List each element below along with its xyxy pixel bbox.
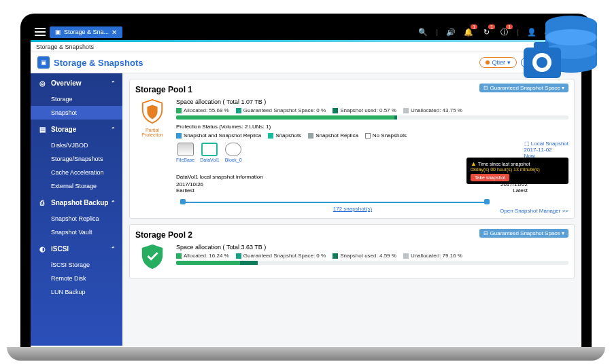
storage-pool-1-card: Storage Pool 1 ⊟ Guaranteed Snapshot Spa… (129, 79, 575, 219)
overview-icon: ◎ (37, 78, 47, 88)
sidebar-item-lun-backup[interactable]: LUN Backup (31, 285, 122, 299)
warning-time: 08day(s) 00 hour(s) 13 minute(s) (471, 167, 540, 172)
open-snapshot-manager-link[interactable]: Open Snapshot Manager >> (500, 208, 568, 214)
notification-icon[interactable]: 🔔1 (464, 27, 473, 37)
sidebar-section-iscsi[interactable]: ◐iSCSI⌃ (31, 239, 122, 258)
sidebar-section-overview[interactable]: ◎Overview⌃ (31, 73, 122, 92)
chevron-up-icon: ⌃ (111, 80, 116, 86)
device-block0[interactable]: Block_0 (225, 143, 242, 162)
shield-icon (139, 244, 165, 270)
take-snapshot-button[interactable]: Take snapshot (471, 174, 509, 181)
snapshot-count-link[interactable]: 172 snapshot(s) (333, 206, 372, 212)
menu-icon[interactable] (35, 28, 46, 36)
sidebar-item-storage-snapshots[interactable]: Storage/Snapshots (31, 152, 122, 166)
close-icon[interactable]: ✕ (112, 29, 117, 36)
page-title: Storage & Snapshots (54, 58, 143, 68)
guaranteed-snapshot-space-button[interactable]: ⊟ Guaranteed Snapshot Space ▾ (479, 229, 568, 238)
sidebar-section-storage[interactable]: ▤Storage⌃ (31, 120, 122, 139)
allocation-bar (176, 261, 568, 265)
content-area: Storage Pool 1 ⊟ Guaranteed Snapshot Spa… (122, 73, 581, 346)
chevron-up-icon: ⌃ (111, 126, 116, 132)
shield-label: Partial Protection (135, 128, 169, 137)
volume-icon[interactable]: 🔊 (446, 27, 456, 37)
svg-point-8 (537, 57, 547, 68)
svg-rect-6 (534, 42, 549, 50)
allocation-legend: Allocated: 55.68 % Guaranteed Snapshot S… (176, 107, 568, 113)
chevron-up-icon: ⌃ (111, 200, 116, 206)
warning-icon: ▲ (471, 160, 477, 167)
allocation-legend: Allocated: 16.24 % Guaranteed Snapshot S… (176, 253, 568, 259)
tab-label: Storage & Sna... (64, 29, 109, 35)
app-screen: ▣ Storage & Sna... ✕ 🔍 | 🔊 🔔1 ↻1 ⓘ1 | 👤 … (31, 24, 581, 350)
protection-legend: Snapshot and Snapshot Replica Snapshots … (176, 132, 568, 139)
protection-shield-col (135, 244, 169, 273)
info-icon[interactable]: ⓘ1 (499, 27, 509, 37)
protection-status: Protection Status (Volumes: 2 LUNs: 1) (176, 124, 568, 130)
refresh-icon[interactable]: ↻1 (481, 27, 491, 37)
snapshot-warning: ▲ Time since last snapshot 08day(s) 00 h… (466, 158, 568, 184)
sidebar-item-replica[interactable]: Snapshot Replica (31, 212, 122, 225)
shield-icon (139, 98, 165, 124)
local-snapshot-label: Local Snapshot2017-11-02Now (524, 141, 568, 159)
allocation-title: Space allocation ( Total 1.07 TB ) (176, 98, 568, 105)
storage-icon: ▤ (37, 124, 47, 134)
floating-storage-icon (510, 0, 605, 95)
camera-icon: ⎙ (37, 198, 47, 207)
protection-shield-col: Partial Protection (135, 98, 169, 213)
laptop-base (7, 347, 605, 361)
sidebar-section-snapshot-backup[interactable]: ⎙Snapshot Backup⌃ (31, 193, 122, 212)
sidebar-item-storage[interactable]: Storage (31, 92, 122, 106)
allocation-bar (176, 115, 568, 120)
main-body: ◎Overview⌃ Storage Snapshot ▤Storage⌃ Di… (31, 73, 581, 346)
earliest-col: 2017/10/26Earliest (176, 181, 203, 194)
separator: | (436, 28, 438, 36)
storage-pool-2-card: Storage Pool 2 ⊟ Guaranteed Snapshot Spa… (129, 224, 575, 279)
window-tab[interactable]: ▣ Storage & Sna... ✕ (50, 26, 122, 38)
sidebar-item-snapshot[interactable]: Snapshot (31, 106, 122, 120)
device-filebase[interactable]: FileBase (176, 143, 194, 162)
device-datavol1[interactable]: DataVol1 (200, 143, 219, 162)
sidebar-item-cache[interactable]: Cache Acceleration (31, 166, 122, 179)
allocation-title: Space allocation ( Total 3.63 TB ) (176, 244, 568, 251)
sidebar-item-iscsi-storage[interactable]: iSCSI Storage (31, 258, 122, 272)
iscsi-icon: ◐ (37, 244, 47, 253)
tab-storage-icon: ▣ (55, 29, 61, 35)
svg-point-4 (545, 29, 597, 46)
sidebar-item-remote-disk[interactable]: Remote Disk (31, 272, 122, 285)
sidebar-item-external[interactable]: External Storage (31, 179, 122, 193)
chevron-up-icon: ⌃ (111, 246, 116, 252)
page-header: ▣ Storage & Snapshots Qtier ▾ VJBOD ⟳ (31, 52, 581, 73)
sidebar-item-disks[interactable]: Disks/VJBOD (31, 139, 122, 152)
sidebar: ◎Overview⌃ Storage Snapshot ▤Storage⌃ Di… (31, 73, 122, 346)
topbar: ▣ Storage & Sna... ✕ 🔍 | 🔊 🔔1 ↻1 ⓘ1 | 👤 … (31, 24, 581, 40)
breadcrumb: Storage & Snapshots (31, 42, 581, 52)
sidebar-item-vault[interactable]: Snapshot Vault (31, 225, 122, 239)
storage-icon: ▣ (37, 56, 50, 69)
search-icon[interactable]: 🔍 (418, 27, 428, 37)
laptop-frame: ▣ Storage & Sna... ✕ 🔍 | 🔊 🔔1 ↻1 ⓘ1 | 👤 … (20, 14, 592, 350)
